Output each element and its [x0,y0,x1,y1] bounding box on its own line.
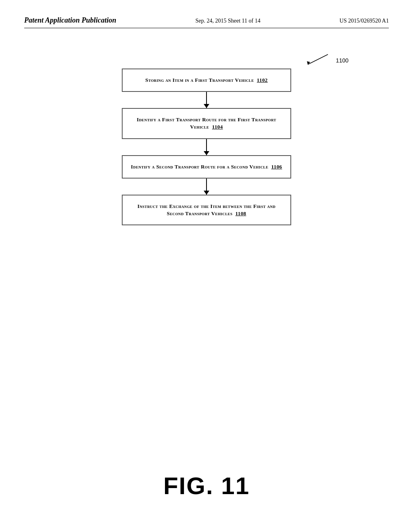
svg-line-0 [308,54,328,64]
box1-text: Storing an Item in a First Transport Veh… [145,77,254,83]
box2-ref: 1104 [212,124,223,130]
flow-box-1108: Instruct the Exchange of the Item betwee… [122,195,291,225]
box3-ref: 1106 [271,164,282,170]
figure-caption: FIG. 11 [0,472,413,500]
diagram-area: 1100 Storing an Item in a First Transpor… [24,40,389,225]
ref-number-label: 1100 [336,57,348,64]
arrow-2 [206,139,207,155]
flowchart: Storing an Item in a First Transport Veh… [24,69,389,225]
box1-ref: 1102 [257,77,268,83]
arrow-1 [206,92,207,108]
page-header: Patent Application Publication Sep. 24, … [24,16,389,28]
patent-page: Patent Application Publication Sep. 24, … [0,0,413,532]
arrow-3 [206,179,207,195]
patent-number: US 2015/0269520 A1 [340,18,389,24]
publication-title: Patent Application Publication [24,16,116,25]
box4-ref: 1108 [236,210,246,216]
box2-text: Identify a First Transport Route for the… [137,116,276,130]
flow-box-1106: Identify a Second Transport Route for a … [122,155,291,179]
flow-box-1104: Identify a First Transport Route for the… [122,108,291,139]
flow-box-1102: Storing an Item in a First Transport Veh… [122,69,291,92]
ref-number-container: 1100 [304,52,348,69]
ref-arrow-svg [304,52,336,69]
box3-text: Identify a Second Transport Route for a … [131,164,269,170]
sheet-info: Sep. 24, 2015 Sheet 11 of 14 [195,18,260,24]
box4-text: Instruct the Exchange of the Item betwee… [138,203,275,216]
